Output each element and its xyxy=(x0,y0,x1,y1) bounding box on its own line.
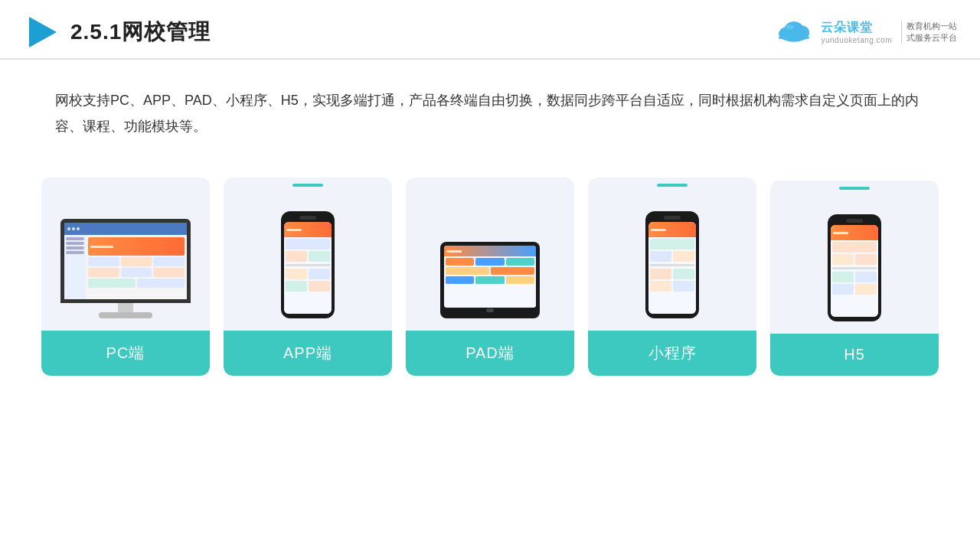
h5-image-area xyxy=(770,181,939,334)
page-header: 2.5.1网校管理 云朵课堂 yunduoketang.com 教育机构一站 式… xyxy=(0,0,980,60)
miniapp-device-mock xyxy=(645,211,699,318)
card-pc: PC端 xyxy=(41,178,210,376)
logo-name: 云朵课堂 xyxy=(821,20,873,36)
logo-slogan: 教育机构一站 式服务云平台 xyxy=(901,21,957,44)
top-bar-app xyxy=(292,184,323,187)
svg-marker-0 xyxy=(29,17,57,47)
cloud-logo-icon xyxy=(773,18,815,46)
card-h5: H5 xyxy=(770,181,939,376)
top-bar-miniapp xyxy=(657,184,688,187)
logo-text-area: 云朵课堂 yunduoketang.com xyxy=(821,20,892,44)
description-text: 网校支持PC、APP、PAD、小程序、H5，实现多端打通，产品各终端自由切换，数… xyxy=(0,60,980,155)
pad-device-mock xyxy=(440,242,540,318)
svg-rect-6 xyxy=(779,37,809,39)
top-bar-h5 xyxy=(839,187,870,190)
card-pad: PAD端 xyxy=(406,178,574,376)
card-app: APP端 xyxy=(224,178,392,376)
logo-sub: yunduoketang.com xyxy=(821,36,892,44)
card-app-label: APP端 xyxy=(224,331,392,376)
h5-device-mock xyxy=(828,214,881,321)
card-pad-label: PAD端 xyxy=(406,331,574,376)
card-miniapp: 小程序 xyxy=(588,178,756,376)
play-icon xyxy=(23,14,60,51)
pc-screen xyxy=(60,219,191,303)
card-miniapp-label: 小程序 xyxy=(588,331,756,376)
card-pc-label: PC端 xyxy=(41,331,210,376)
svg-point-5 xyxy=(786,24,795,30)
miniapp-image-area xyxy=(588,178,756,331)
pc-image-area xyxy=(41,178,210,331)
pc-device-mock xyxy=(60,219,191,318)
pad-image-area xyxy=(406,178,574,331)
device-cards-container: PC端 xyxy=(0,162,980,399)
app-device-mock xyxy=(281,211,335,318)
header-left: 2.5.1网校管理 xyxy=(23,14,211,51)
page-title: 2.5.1网校管理 xyxy=(70,18,211,47)
logo-area: 云朵课堂 yunduoketang.com 教育机构一站 式服务云平台 xyxy=(773,18,957,46)
card-h5-label: H5 xyxy=(770,334,939,376)
app-image-area xyxy=(224,178,392,331)
